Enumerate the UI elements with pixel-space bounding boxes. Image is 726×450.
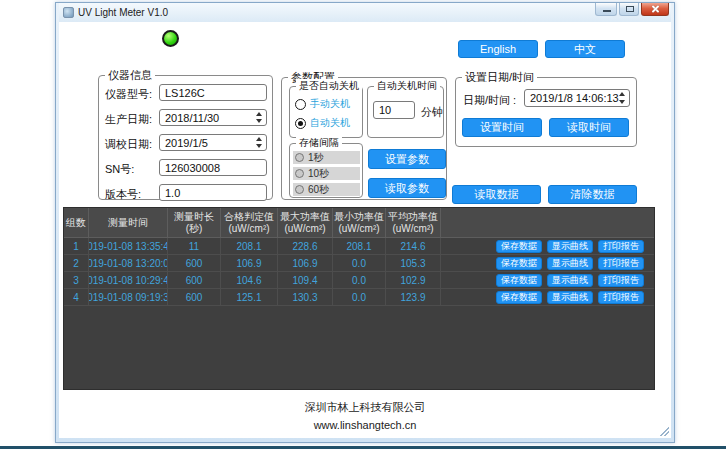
auto-off-radio[interactable]: 自动关机	[295, 116, 350, 130]
language-english-button[interactable]: English	[458, 40, 538, 58]
close-button[interactable]	[641, 3, 669, 16]
cell-group: 3	[64, 272, 89, 288]
auto-off-legend: 是否自动关机	[296, 79, 362, 93]
interval-1s-label: 1秒	[308, 151, 324, 165]
production-date-value: 2018/11/30	[165, 112, 219, 124]
spinner-arrows[interactable]	[254, 137, 263, 148]
cell-qualified: 208.1	[221, 238, 278, 254]
language-chinese-button[interactable]: 中文	[545, 40, 625, 58]
calibration-date-value: 2019/1/5	[165, 137, 208, 149]
radio-checked-icon[interactable]	[295, 118, 306, 129]
show-curve-button[interactable]: 显示曲线	[547, 240, 593, 253]
col-time: 测量时间	[89, 208, 168, 237]
auto-off-group: 是否自动关机 手动关机 自动关机	[289, 86, 363, 138]
col-max: 最大功率值(uW/cm²)	[278, 208, 333, 237]
radio-unchecked-icon[interactable]	[295, 99, 306, 110]
read-data-button[interactable]: 读取数据	[452, 185, 541, 204]
cell-duration: 600	[168, 272, 221, 288]
maximize-button[interactable]	[619, 3, 639, 16]
off-time-input[interactable]: 10	[373, 101, 415, 119]
resize-grip[interactable]	[660, 427, 669, 436]
title-bar[interactable]: UV Light Meter V1.0	[59, 3, 671, 22]
connection-status-led	[162, 30, 179, 47]
read-params-button[interactable]: 读取参数	[368, 178, 446, 198]
cell-time: 2019-01-08 13:20:04	[89, 255, 168, 271]
cell-max: 106.9	[278, 255, 333, 271]
version-row: 版本号: 1.0	[99, 184, 272, 201]
production-date-label: 生产日期:	[105, 112, 152, 127]
print-report-button[interactable]: 打印报告	[598, 274, 644, 287]
save-data-button[interactable]: 保存数据	[496, 274, 542, 287]
storage-interval-group: 存储间隔 1秒 10秒 60秒	[289, 143, 363, 198]
client-area: English 中文 仪器信息 仪器型号: LS126C 生产日期: 2018/…	[59, 22, 671, 438]
sn-input[interactable]: 126030008	[159, 159, 267, 176]
col-avg: 平均功率值(uW/cm²)	[386, 208, 441, 237]
col-group: 组数	[64, 208, 89, 237]
show-curve-button[interactable]: 显示曲线	[547, 274, 593, 287]
datetime-group: 设置日期/时间 日期/时间 : 2019/1/8 14:06:13 设置时间 读…	[455, 77, 637, 147]
auto-off-label: 自动关机	[310, 116, 350, 130]
spinner-up-icon[interactable]	[256, 112, 262, 116]
interval-60s-label: 60秒	[308, 183, 329, 197]
version-label: 版本号:	[105, 187, 141, 202]
show-curve-button[interactable]: 显示曲线	[547, 291, 593, 304]
spinner-up-icon[interactable]	[256, 137, 262, 141]
col-duration: 测量时长(秒)	[168, 208, 221, 237]
sn-row: SN号: 126030008	[99, 159, 272, 176]
maximize-icon	[626, 6, 634, 12]
cell-min: 0.0	[333, 272, 386, 288]
screen: UV Light Meter V1.0 English 中文 仪器信息 仪器型号…	[0, 0, 726, 450]
interval-60s-option: 60秒	[293, 183, 360, 196]
clear-data-button[interactable]: 清除数据	[548, 185, 637, 204]
model-field-row: 仪器型号: LS126C	[99, 84, 272, 101]
save-data-button[interactable]: 保存数据	[496, 257, 542, 270]
spinner-down-icon[interactable]	[256, 119, 262, 123]
minimize-button[interactable]	[595, 3, 617, 16]
radio-disabled-icon	[295, 169, 304, 178]
print-report-button[interactable]: 打印报告	[598, 240, 644, 253]
spinner-arrows[interactable]	[617, 92, 626, 104]
datetime-spinner[interactable]: 2019/1/8 14:06:13	[524, 89, 630, 107]
device-info-legend: 仪器信息	[105, 68, 155, 83]
save-data-button[interactable]: 保存数据	[496, 240, 542, 253]
spinner-down-icon[interactable]	[619, 100, 625, 104]
spinner-down-icon[interactable]	[256, 144, 262, 148]
cell-duration: 11	[168, 238, 221, 254]
read-time-button[interactable]: 读取时间	[549, 118, 629, 137]
version-input[interactable]: 1.0	[159, 184, 267, 201]
footer-company: 深圳市林上科技有限公司	[59, 400, 671, 415]
production-date-row: 生产日期: 2018/11/30	[99, 109, 272, 126]
col-qualified: 合格判定值(uW/cm²)	[221, 208, 278, 237]
window-controls	[595, 3, 669, 16]
device-info-group: 仪器信息 仪器型号: LS126C 生产日期: 2018/11/30 调校日期:…	[98, 75, 273, 200]
cell-qualified: 104.6	[221, 272, 278, 288]
production-date-spinner[interactable]: 2018/11/30	[159, 109, 267, 126]
cell-duration: 600	[168, 289, 221, 305]
cell-avg: 214.6	[386, 238, 441, 254]
show-curve-button[interactable]: 显示曲线	[547, 257, 593, 270]
set-time-button[interactable]: 设置时间	[462, 118, 542, 137]
print-report-button[interactable]: 打印报告	[598, 291, 644, 304]
model-input[interactable]: LS126C	[159, 84, 267, 101]
manual-off-radio[interactable]: 手动关机	[295, 97, 350, 111]
cell-min: 208.1	[333, 238, 386, 254]
interval-1s-option: 1秒	[293, 151, 360, 164]
calibration-date-row: 调校日期: 2019/1/5	[99, 134, 272, 151]
param-config-group: 参数配置 是否自动关机 手动关机 自动关机 自动关机时间 10 分钟	[281, 77, 447, 200]
spinner-arrows[interactable]	[254, 112, 263, 123]
set-params-button[interactable]: 设置参数	[368, 149, 446, 169]
cell-max: 228.6	[278, 238, 333, 254]
print-report-button[interactable]: 打印报告	[598, 257, 644, 270]
interval-10s-label: 10秒	[308, 167, 329, 181]
cell-time: 2019-01-08 09:19:35	[89, 289, 168, 305]
table-row: 3 2019-01-08 10:29:40 600 104.6 109.4 0.…	[64, 272, 654, 289]
cell-actions: 保存数据 显示曲线 打印报告	[441, 255, 654, 271]
table-header: 组数 测量时间 测量时长(秒) 合格判定值(uW/cm²) 最大功率值(uW/c…	[64, 208, 654, 238]
save-data-button[interactable]: 保存数据	[496, 291, 542, 304]
radio-disabled-icon	[295, 153, 304, 162]
calibration-date-spinner[interactable]: 2019/1/5	[159, 134, 267, 151]
interval-10s-option: 10秒	[293, 167, 360, 180]
sn-label: SN号:	[105, 162, 134, 177]
taskbar-edge	[0, 446, 726, 449]
spinner-up-icon[interactable]	[619, 92, 625, 96]
